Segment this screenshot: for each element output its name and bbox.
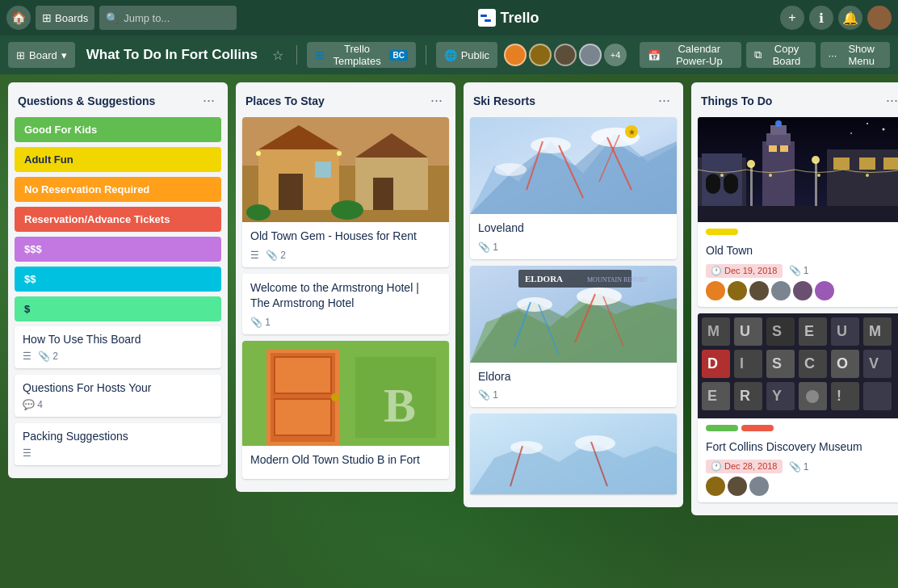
svg-text:M: M <box>707 323 720 339</box>
boards-button[interactable]: ⊞ Boards <box>36 6 94 30</box>
card-body: Modern Old Town Studio B in Fort <box>242 446 449 480</box>
color-card-adult-fun[interactable]: Adult Fun <box>15 147 221 172</box>
copy-board-button[interactable]: ⧉ Copy Board <box>746 42 815 68</box>
trello-templates-button[interactable]: ⊞ Trello Templates BC <box>307 42 416 68</box>
card-armstrong-hotel[interactable]: Welcome to the Armstrong Hotel | The Arm… <box>242 274 449 334</box>
svg-text:I: I <box>740 355 744 372</box>
list-header: Things To Do ··· <box>691 82 898 117</box>
star-button[interactable]: ☆ <box>269 44 287 66</box>
public-button[interactable]: 🌐 Public <box>436 42 497 68</box>
card-old-town-gem[interactable]: Old Town Gem - Houses for Rent ☰ 📎 2 <box>242 117 449 267</box>
svg-point-76 <box>817 174 820 177</box>
card-questions-for-hosts[interactable]: Questions For Hosts Your 💬 4 <box>15 375 221 417</box>
color-card-no-reservation[interactable]: No Reservation Required <box>15 177 221 202</box>
list-menu-button[interactable]: ··· <box>883 90 898 111</box>
list-questions-suggestions: Questions & Suggestions ··· Good For Kid… <box>8 82 228 478</box>
card-packing-suggestions[interactable]: Packing Suggestions ☰ <box>15 423 221 465</box>
svg-point-53 <box>883 128 885 131</box>
svg-point-39 <box>517 297 552 312</box>
card-title: Old Town <box>706 243 896 259</box>
list-things-to-do: Things To Do ··· <box>691 82 898 515</box>
list-header: Questions & Suggestions ··· <box>8 82 228 117</box>
color-card-1dollar[interactable]: $ <box>15 296 221 321</box>
svg-point-112 <box>806 390 819 403</box>
list-menu-button[interactable]: ··· <box>427 90 446 111</box>
list-content: Old Town Gem - Houses for Rent ☰ 📎 2 Wel… <box>236 117 455 492</box>
member-avatar-1[interactable] <box>504 44 527 66</box>
color-card-3dollar[interactable]: $$$ <box>15 237 221 262</box>
svg-rect-115 <box>863 382 892 410</box>
member-avatar-3[interactable] <box>554 44 577 66</box>
home-button[interactable]: 🏠 <box>6 6 31 30</box>
card-member-1[interactable] <box>706 477 725 496</box>
add-button[interactable]: + <box>780 6 804 30</box>
member-avatar-4[interactable] <box>579 44 602 66</box>
svg-point-77 <box>866 174 869 177</box>
card-member-4[interactable] <box>771 281 791 300</box>
svg-point-68 <box>812 156 820 164</box>
more-members-button[interactable]: +4 <box>604 44 627 66</box>
board-title: What To Do In Fort Collins <box>82 47 262 63</box>
card-members <box>706 281 896 300</box>
attachment-info: 📎 1 <box>478 242 498 253</box>
globe-icon: 🌐 <box>444 49 457 61</box>
list-header: Ski Resorts ··· <box>464 82 683 117</box>
svg-point-9 <box>256 151 261 156</box>
notification-button[interactable]: 🔔 <box>838 6 862 30</box>
svg-text:!: ! <box>837 388 841 404</box>
svg-text:ELDORA: ELDORA <box>525 274 563 284</box>
red-label <box>741 425 774 431</box>
color-card-2dollar[interactable]: $$ <box>15 267 221 292</box>
yellow-label <box>706 229 738 235</box>
card-modern-studio[interactable]: B Modern Old Town Studio B in Fort <box>242 341 449 480</box>
label-tags-row <box>706 229 896 238</box>
svg-rect-63 <box>769 145 777 152</box>
color-card-good-for-kids[interactable]: Good For Kids <box>15 117 221 142</box>
card-meta: 📎 1 <box>250 317 441 328</box>
card-loveland[interactable]: ★ Loveland 📎 1 <box>470 117 677 259</box>
svg-rect-4 <box>279 174 303 210</box>
list-menu-button[interactable]: ··· <box>655 90 674 111</box>
calendar-power-label: Calendar Power-Up <box>665 43 733 67</box>
card-title: Modern Old Town Studio B in Fort <box>250 452 441 468</box>
svg-point-48 <box>575 435 615 452</box>
divider-2 <box>426 45 426 65</box>
list-menu-button[interactable]: ··· <box>199 90 218 111</box>
card-member-1[interactable] <box>706 281 725 300</box>
user-avatar[interactable] <box>867 6 892 30</box>
public-label: Public <box>461 49 489 61</box>
card-member-3[interactable] <box>749 477 769 496</box>
bc-badge: BC <box>389 50 407 61</box>
board-view-button[interactable]: ⊞ Board ▾ <box>8 42 75 68</box>
divider-1 <box>296 45 297 65</box>
card-old-town[interactable]: Old Town 🕐 Dec 19, 2018 📎 1 <box>698 117 898 307</box>
svg-text:Y: Y <box>772 388 782 404</box>
list-ski-resorts: Ski Resorts ··· <box>464 82 683 507</box>
top-nav: 🏠 ⊞ Boards 🔍 Jump to... Trello + ℹ 🔔 <box>0 0 898 36</box>
search-button[interactable]: 🔍 Jump to... <box>99 6 237 30</box>
info-button[interactable]: ℹ <box>809 6 833 30</box>
nav-right: + ℹ 🔔 <box>780 6 892 30</box>
svg-point-78 <box>775 120 782 127</box>
card-title: Questions For Hosts Your <box>23 381 213 394</box>
card-member-3[interactable] <box>749 281 769 300</box>
card-eldora[interactable]: ELDORA MOUNTAIN RESORT <box>470 266 677 408</box>
card-member-5[interactable] <box>793 281 812 300</box>
calendar-power-button[interactable]: 📅 Calendar Power-Up <box>640 42 741 68</box>
card-body: Eldora 📎 1 <box>470 363 677 408</box>
color-card-reservation[interactable]: Reservation/Advance Tickets <box>15 207 221 232</box>
card-map3[interactable] <box>470 414 677 494</box>
card-member-2[interactable] <box>728 281 747 300</box>
card-member-2[interactable] <box>728 477 747 496</box>
card-discovery-museum[interactable]: M U S E U M D <box>698 313 898 503</box>
show-menu-button[interactable]: ··· Show Menu <box>820 42 890 68</box>
trello-templates-label: Trello Templates <box>329 43 386 67</box>
card-meta: 🕐 Dec 19, 2018 📎 1 <box>706 264 896 278</box>
card-member-6[interactable] <box>815 281 834 300</box>
svg-rect-60 <box>762 141 795 214</box>
board-chevron: ▾ <box>61 49 67 61</box>
card-how-to-use[interactable]: How To Use This Board ☰ 📎 2 <box>15 326 221 368</box>
desc-icon: ☰ <box>23 351 31 362</box>
boards-label: Boards <box>55 12 88 24</box>
member-avatar-2[interactable] <box>529 44 552 66</box>
